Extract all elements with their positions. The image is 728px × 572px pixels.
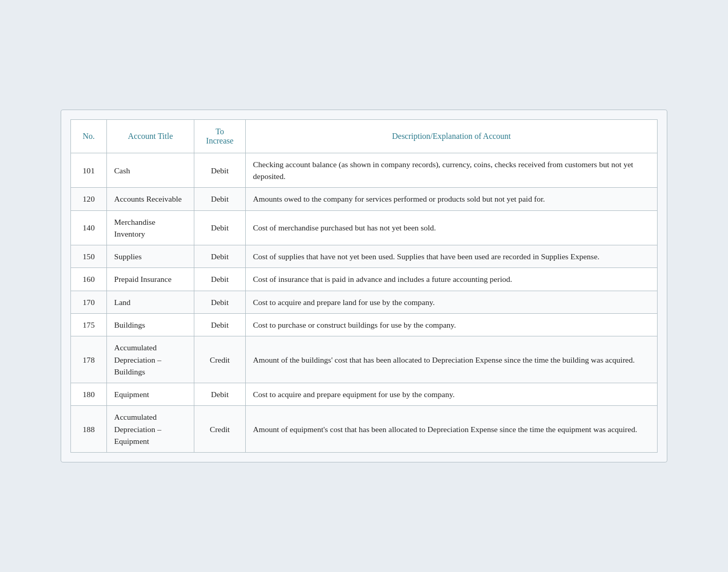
col-header-to-increase: To Increase [194,119,246,153]
cell-description: Cost of merchandise purchased but has no… [246,210,658,245]
table-row: 140Merchandise InventoryDebitCost of mer… [71,210,658,245]
cell-no: 150 [71,245,107,268]
cell-title: Prepaid Insurance [107,268,194,291]
cell-no: 180 [71,383,107,406]
table-container: No. Account Title To Increase Descriptio… [61,110,667,462]
table-row: 120Accounts ReceivableDebitAmounts owed … [71,188,658,210]
cell-to-increase: Debit [194,188,246,210]
cell-title: Cash [107,153,194,188]
cell-to-increase: Debit [194,153,246,188]
cell-no: 160 [71,268,107,291]
cell-title: Accounts Receivable [107,188,194,210]
cell-no: 175 [71,314,107,336]
cell-description: Cost to acquire and prepare equipment fo… [246,383,658,406]
cell-to-increase: Debit [194,291,246,313]
cell-to-increase: Debit [194,268,246,291]
cell-description: Amount of the buildings' cost that has b… [246,336,658,383]
cell-description: Amounts owed to the company for services… [246,188,658,210]
cell-no: 188 [71,406,107,453]
cell-to-increase: Debit [194,210,246,245]
cell-no: 120 [71,188,107,210]
cell-title: Merchandise Inventory [107,210,194,245]
cell-title: Equipment [107,383,194,406]
cell-description: Checking account balance (as shown in co… [246,153,658,188]
cell-to-increase: Credit [194,336,246,383]
cell-to-increase: Credit [194,406,246,453]
cell-title: Accumulated Depreciation – Equipment [107,406,194,453]
cell-title: Land [107,291,194,313]
col-header-no: No. [71,119,107,153]
cell-title: Accumulated Depreciation – Buildings [107,336,194,383]
table-row: 178Accumulated Depreciation – BuildingsC… [71,336,658,383]
table-row: 160Prepaid InsuranceDebitCost of insuran… [71,268,658,291]
col-header-description: Description/Explanation of Account [246,119,658,153]
cell-description: Cost to acquire and prepare land for use… [246,291,658,313]
table-row: 150SuppliesDebitCost of supplies that ha… [71,245,658,268]
cell-no: 178 [71,336,107,383]
cell-description: Cost of insurance that is paid in advanc… [246,268,658,291]
table-row: 101CashDebitChecking account balance (as… [71,153,658,188]
cell-to-increase: Debit [194,245,246,268]
cell-title: Buildings [107,314,194,336]
cell-no: 140 [71,210,107,245]
cell-description: Amount of equipment's cost that has been… [246,406,658,453]
cell-to-increase: Debit [194,314,246,336]
table-row: 175BuildingsDebitCost to purchase or con… [71,314,658,336]
cell-no: 101 [71,153,107,188]
header-row: No. Account Title To Increase Descriptio… [71,119,658,153]
cell-title: Supplies [107,245,194,268]
cell-description: Cost of supplies that have not yet been … [246,245,658,268]
cell-no: 170 [71,291,107,313]
accounts-table: No. Account Title To Increase Descriptio… [70,119,658,453]
table-row: 170LandDebitCost to acquire and prepare … [71,291,658,313]
table-row: 188Accumulated Depreciation – EquipmentC… [71,406,658,453]
cell-to-increase: Debit [194,383,246,406]
cell-description: Cost to purchase or construct buildings … [246,314,658,336]
table-row: 180EquipmentDebitCost to acquire and pre… [71,383,658,406]
col-header-title: Account Title [107,119,194,153]
